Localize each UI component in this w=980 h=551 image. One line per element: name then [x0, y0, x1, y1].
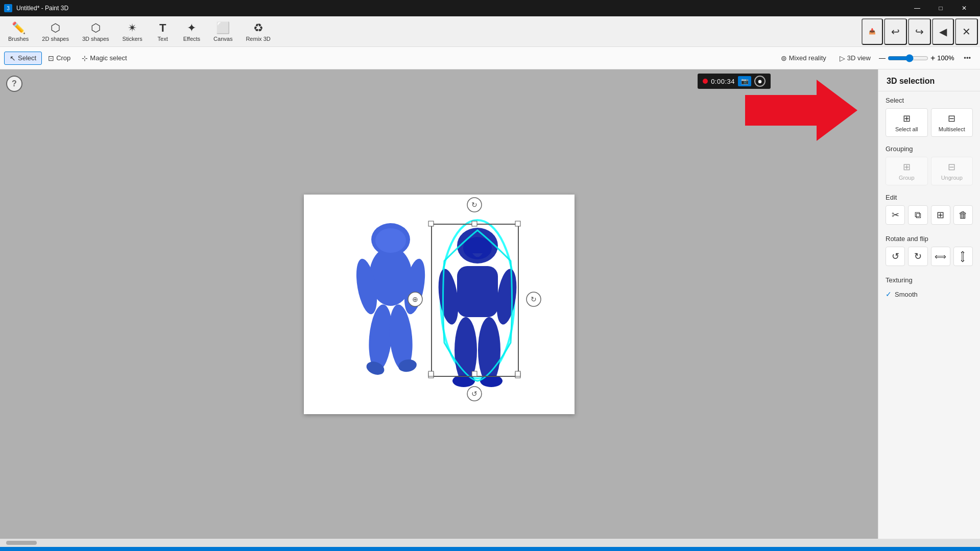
- zoom-control: — + 100%: [879, 54, 955, 63]
- duplicate-button[interactable]: ⊞: [931, 205, 950, 225]
- toolbar-stickers[interactable]: ✴ Stickers: [116, 18, 149, 45]
- handle-tc: [472, 221, 477, 226]
- svg-text:↻: ↻: [531, 295, 537, 303]
- flip-h-icon: ⟺: [935, 252, 946, 261]
- toolbar-brushes-label: Brushes: [8, 36, 29, 42]
- duplicate-icon: ⊞: [937, 209, 944, 221]
- main-toolbar: ✏️ Brushes ⬡ 2D shapes ⬡ 3D shapes ✴ Sti…: [0, 16, 980, 47]
- handle-tr: [515, 221, 520, 226]
- magic-select-label: Magic select: [90, 54, 127, 62]
- toolbar-2dshapes[interactable]: ⬡ 2D shapes: [36, 18, 75, 45]
- toolbar-brushes[interactable]: ✏️ Brushes: [2, 18, 35, 45]
- toolbar-text-label: Text: [158, 36, 168, 42]
- toolbar-3dshapes[interactable]: ⬡ 3D shapes: [76, 18, 115, 45]
- group-label: Group: [899, 175, 915, 181]
- close-panel-button[interactable]: ✕: [955, 18, 978, 45]
- effects-icon: ✦: [187, 21, 196, 35]
- back-button[interactable]: ◀: [932, 18, 954, 45]
- close-panel-icon: ✕: [962, 26, 971, 38]
- rotate-left-button[interactable]: ↺: [886, 247, 905, 266]
- toolbar-canvas[interactable]: ⬜ Canvas: [207, 18, 238, 45]
- zoom-value: 100%: [937, 54, 955, 62]
- ungroup-button[interactable]: ⊟ Ungroup: [931, 157, 973, 185]
- text-icon: T: [159, 21, 166, 35]
- select-button[interactable]: ↖ Select: [4, 52, 42, 65]
- import-button[interactable]: 📥: [862, 18, 883, 45]
- panel-edit-section: Edit ✂ ⧉ ⊞ 🗑: [878, 188, 980, 230]
- select-all-button[interactable]: ⊞ Select all: [886, 108, 928, 137]
- titlebar-title: Untitled* - Paint 3D: [16, 5, 905, 12]
- mixed-reality-icon: ⊚: [781, 54, 787, 62]
- undo-button[interactable]: ↩: [884, 18, 907, 45]
- flip-v-icon: ⟺: [958, 251, 968, 262]
- remix3d-icon: ♻: [253, 21, 264, 35]
- toolbar-effects-label: Effects: [183, 36, 200, 42]
- delete-button[interactable]: 🗑: [953, 205, 973, 225]
- group-button[interactable]: ⊞ Group: [886, 157, 928, 185]
- svg-marker-0: [745, 80, 857, 141]
- view-3d-button[interactable]: ▷ 3D view: [834, 52, 876, 64]
- zoom-slider[interactable]: [888, 54, 928, 62]
- smooth-checkbox[interactable]: ✓ Smooth: [886, 288, 973, 300]
- ungroup-icon: ⊟: [948, 161, 955, 173]
- toolbar-2dshapes-label: 2D shapes: [42, 36, 69, 42]
- ungroup-label: Ungroup: [941, 175, 963, 181]
- smooth-label: Smooth: [895, 291, 918, 298]
- 3dshapes-icon: ⬡: [91, 21, 101, 35]
- redo-button[interactable]: ↪: [908, 18, 931, 45]
- toolbar-remix3d[interactable]: ♻ Remix 3D: [240, 18, 276, 45]
- handle-tl: [428, 221, 434, 226]
- toolbar-stickers-label: Stickers: [123, 36, 142, 42]
- figures-svg: ↻ ↺ ⊕ ↻: [304, 195, 575, 414]
- rotate-right-button[interactable]: ↻: [908, 247, 927, 266]
- undo-icon: ↩: [891, 26, 900, 38]
- handle-bc: [472, 371, 477, 376]
- scrollbar-thumb[interactable]: [6, 541, 37, 545]
- recording-bar: 0:00:34 📷 ⏺: [698, 74, 771, 89]
- help-button[interactable]: ?: [6, 76, 22, 92]
- recording-stop-button[interactable]: ⏺: [754, 76, 766, 87]
- panel-rotate-row: ↺ ↻ ⟺ ⟺: [886, 247, 973, 266]
- rotate-right-icon: ↻: [914, 251, 922, 262]
- toolbar-effects[interactable]: ✦ Effects: [177, 18, 206, 45]
- svg-point-9: [375, 228, 406, 253]
- maximize-button[interactable]: □: [929, 0, 952, 16]
- action-right: ⊚ Mixed reality ▷ 3D view — + 100% •••: [776, 52, 976, 64]
- help-icon: ?: [12, 79, 17, 88]
- zoom-plus-icon: +: [930, 54, 935, 63]
- select-all-icon: ⊞: [903, 113, 911, 124]
- close-button[interactable]: ✕: [952, 0, 976, 16]
- right-panel: 3D selection Select ⊞ Select all ⊟ Multi…: [878, 69, 980, 539]
- back-icon: ◀: [939, 26, 947, 38]
- panel-rotate-label: Rotate and flip: [886, 235, 973, 243]
- copy-icon: ⧉: [915, 210, 921, 221]
- select-label: Select: [18, 54, 36, 62]
- panel-select-section: Select ⊞ Select all ⊟ Multiselect: [878, 91, 980, 140]
- zoom-minus-icon: —: [879, 54, 886, 62]
- toolbar-remix3d-label: Remix 3D: [246, 36, 270, 42]
- horizontal-scrollbar[interactable]: [0, 539, 980, 547]
- flip-h-button[interactable]: ⟺: [931, 247, 950, 266]
- canvas-area[interactable]: ? 0:00:34 📷 ⏺: [0, 69, 878, 539]
- multiselect-button[interactable]: ⊟ Multiselect: [931, 108, 973, 137]
- toolbar-text[interactable]: T Text: [150, 18, 176, 45]
- minimize-button[interactable]: —: [905, 0, 929, 16]
- svg-rect-13: [457, 266, 498, 317]
- panel-texturing-label: Texturing: [886, 276, 973, 284]
- import-icon: 📥: [869, 28, 876, 35]
- magic-select-button[interactable]: ⊹ Magic select: [77, 52, 132, 64]
- right-figure: [435, 220, 519, 387]
- cut-button[interactable]: ✂: [886, 205, 905, 225]
- more-options-icon: •••: [964, 54, 971, 62]
- view-3d-icon: ▷: [840, 54, 845, 62]
- panel-edit-label: Edit: [886, 194, 973, 201]
- red-arrow: [745, 80, 857, 143]
- copy-button[interactable]: ⧉: [908, 205, 927, 225]
- bottom-statusbar: [0, 547, 980, 551]
- actionbar: ↖ Select ⊡ Crop ⊹ Magic select ⊚ Mixed r…: [0, 47, 980, 69]
- more-options-button[interactable]: •••: [959, 52, 976, 64]
- crop-button[interactable]: ⊡ Crop: [43, 52, 76, 64]
- mixed-reality-button[interactable]: ⊚ Mixed reality: [776, 52, 831, 64]
- recording-camera: 📷: [738, 76, 751, 86]
- flip-v-button[interactable]: ⟺: [953, 247, 973, 266]
